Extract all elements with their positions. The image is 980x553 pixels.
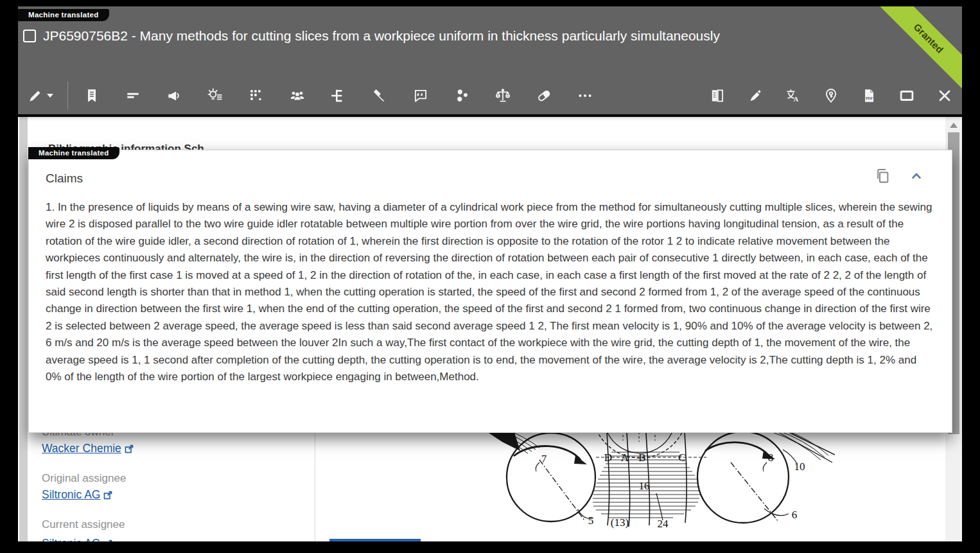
edit-tool-button[interactable] [27,85,53,107]
open-window-button[interactable] [898,85,915,107]
tree-icon [330,87,347,104]
legal-scales-button[interactable] [494,85,511,107]
figure-label-A: A [621,452,629,464]
hexagons-icon [453,87,470,104]
megaphone-icon [166,87,182,104]
current-assignee-label: Current assignee [42,518,125,531]
drug-button[interactable] [536,85,552,107]
select-patent-checkbox[interactable] [23,30,36,42]
dot-matrix-icon [248,87,265,104]
left-gutter [19,117,28,541]
toolbar-separator [67,82,68,110]
figure-label-7: 7 [541,453,547,465]
current-assignee-link[interactable]: Siltronic AG [42,537,113,541]
ultimate-owner-link[interactable]: Wacker Chemie [42,442,134,455]
figure-label-B: B [638,452,645,464]
marker-icon [747,87,764,104]
translate-button[interactable]: A [785,85,801,107]
quote-bubble-icon [412,87,429,104]
caret-down-icon [47,94,53,98]
chemical-button[interactable] [453,85,470,107]
figure-label-C: C [678,452,685,464]
external-link-icon [103,490,113,500]
copy-claims-button[interactable] [874,167,891,184]
svg-text:A: A [794,95,799,103]
highlighter-button[interactable] [747,85,764,107]
current-assignee-link-text: Siltronic AG [42,537,100,541]
compare-documents-button[interactable] [709,85,726,107]
claims-popup: Machine translated Claims 1. In the pres… [28,150,952,433]
claims-text: 1. In the presence of liquids by means o… [46,199,935,385]
gavel-icon [371,87,388,104]
bookmark-button[interactable] [83,85,100,107]
chevron-up-icon [908,168,925,184]
announcement-button[interactable] [166,85,182,107]
translate-icon: A [785,87,801,104]
close-button[interactable] [936,85,953,107]
similarity-button[interactable] [248,85,265,107]
figure-label-D: D [604,452,612,464]
svg-text:PDF: PDF [866,96,873,100]
insights-button[interactable] [207,85,223,107]
claims-section-title: Claims [46,171,83,186]
toolbar-left-group [18,82,593,110]
scroll-up-arrow-icon[interactable] [950,123,958,128]
title-row: JP6590756B2 - Many methods for cutting s… [23,28,720,44]
original-assignee-label: Original assignee [42,472,126,485]
figure-label-5: 5 [588,514,594,527]
inventors-button[interactable] [289,85,306,107]
copy-icon [874,167,891,184]
machine-translated-badge: Machine translated [28,147,119,159]
patent-viewer-window: Machine translated JP6590756B2 - Many me… [18,6,962,541]
claims-actions [874,167,925,184]
figure-label-24: 24 [658,518,669,530]
toolbar: A PDF [18,77,962,114]
lightbulb-icon [207,87,223,104]
capsule-icon [536,87,552,104]
pdf-icon: PDF [861,87,877,104]
close-icon [936,87,953,104]
family-tree-button[interactable] [330,85,347,107]
ultimate-owner-link-text: Wacker Chemie [42,442,121,455]
figure-label-10: 10 [794,461,805,473]
litigation-button[interactable] [371,85,388,107]
figure-label-16: 16 [639,480,650,492]
figure-label-13: (13) [611,516,629,529]
patent-figure: 7 8 D A B C 16 5 (13) 24 10 6 [321,429,835,541]
citations-button[interactable] [412,85,429,107]
external-link-icon [103,539,113,542]
bookmark-icon [83,87,100,104]
figure-label-8: 8 [768,452,774,464]
notes-button[interactable] [125,85,141,107]
original-assignee-link-text: Siltronic AG [42,488,100,502]
collapse-section-button[interactable] [908,168,925,184]
partially-visible-button[interactable] [329,539,421,541]
header: Machine translated JP6590756B2 - Many me… [18,6,962,114]
machine-translated-badge: Machine translated [18,9,109,21]
external-link-icon [124,444,134,454]
patent-title: JP6590756B2 - Many methods for cutting s… [43,28,720,44]
ellipsis-icon [577,87,593,104]
window-icon [898,87,915,104]
people-icon [289,87,306,104]
notes-icon [125,87,141,104]
edit-pencil-icon [27,87,44,104]
scales-icon [494,87,511,104]
toolbar-right-group: A PDF [709,85,962,107]
pin-key-icon [823,87,839,104]
compare-doc-icon [709,87,726,104]
key-location-button[interactable] [823,85,839,107]
original-assignee-link[interactable]: Siltronic AG [42,488,113,502]
more-button[interactable] [577,85,593,107]
figure-label-6: 6 [792,509,798,521]
pdf-button[interactable]: PDF [861,85,877,107]
